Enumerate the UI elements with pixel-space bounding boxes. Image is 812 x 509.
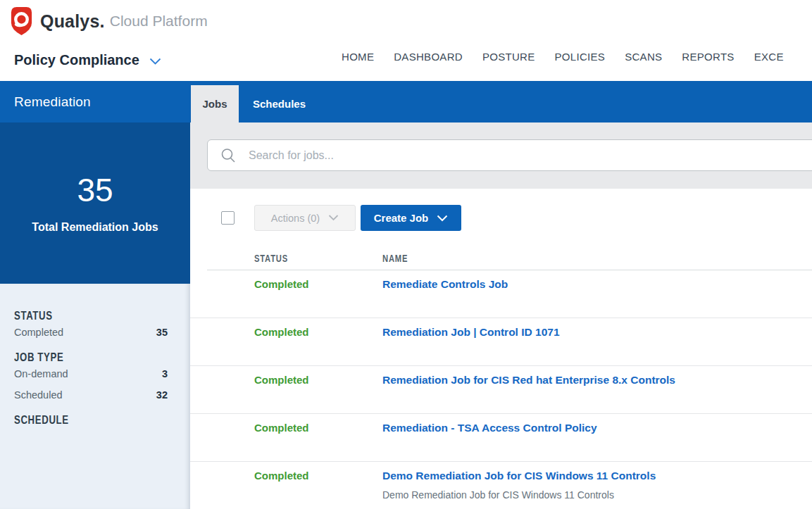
select-all-checkbox[interactable]	[221, 211, 235, 225]
module-band: Remediation Jobs Schedules	[0, 81, 812, 122]
create-job-button[interactable]: Create Job	[361, 205, 461, 231]
chevron-down-icon	[149, 58, 161, 65]
facet-heading-job-type: JOB TYPE	[14, 351, 190, 364]
search-box[interactable]	[207, 139, 812, 171]
nav-item-exce[interactable]: EXCE	[754, 51, 784, 63]
nav-item-posture[interactable]: POSTURE	[482, 51, 535, 63]
facet-item-scheduled[interactable]: Scheduled32	[14, 389, 168, 401]
search-icon	[220, 148, 236, 163]
facet-item-count: 32	[156, 389, 168, 401]
search-input[interactable]	[249, 149, 812, 162]
job-name-link[interactable]: Demo Remediation Job for CIS Windows 11 …	[382, 470, 656, 482]
actions-button-label: Actions (0)	[271, 213, 320, 224]
tab-schedules[interactable]: Schedules	[239, 85, 320, 122]
tab-jobs-label: Jobs	[202, 98, 227, 110]
facet-item-completed[interactable]: Completed35	[14, 327, 168, 338]
table-row: CompletedDemo Remediation Job for CIS Wi…	[190, 462, 812, 509]
jobs-content: Actions (0) Create Job STATUS NAME Compl…	[190, 189, 812, 509]
facet-sidebar: STATUSCompleted35JOB TYPEOn-demand3Sched…	[0, 284, 190, 509]
total-jobs-count: 35	[77, 172, 113, 208]
chevron-down-icon	[328, 215, 339, 221]
qualys-policy-compliance-app: Qualys. Cloud Platform Policy Compliance…	[0, 0, 812, 509]
nav-item-dashboard[interactable]: DASHBOARD	[394, 51, 463, 63]
app-header: Qualys. Cloud Platform Policy Compliance…	[0, 0, 812, 81]
tab-schedules-label: Schedules	[253, 98, 306, 110]
brand-name: Qualys.	[40, 11, 105, 32]
jobs-table: CompletedRemediate Controls JobCompleted…	[190, 270, 812, 509]
facet-item-count: 3	[162, 368, 168, 379]
nav-item-policies[interactable]: POLICIES	[555, 51, 606, 63]
job-name-link[interactable]: Remediate Controls Job	[382, 278, 508, 291]
brand-suffix: Cloud Platform	[110, 13, 208, 30]
job-status: Completed	[254, 326, 309, 338]
column-header-name: NAME	[382, 252, 414, 265]
nav-item-home[interactable]: HOME	[342, 51, 374, 63]
chevron-down-icon	[437, 215, 448, 222]
qualys-shield-icon	[8, 5, 35, 37]
table-row: CompletedRemediation Job | Control ID 10…	[190, 318, 812, 366]
job-status: Completed	[254, 422, 309, 434]
facet-heading-schedule: SCHEDULE	[14, 413, 190, 427]
job-status: Completed	[254, 278, 309, 290]
job-status: Completed	[254, 470, 309, 482]
facet-item-label: Completed	[14, 327, 63, 338]
facet-item-label: Scheduled	[14, 389, 63, 401]
table-row: CompletedRemediate Controls Job	[190, 270, 812, 318]
tab-jobs[interactable]: Jobs	[191, 85, 239, 122]
actions-button[interactable]: Actions (0)	[254, 205, 356, 231]
facet-heading-status: STATUS	[14, 309, 190, 322]
create-job-button-label: Create Job	[374, 212, 429, 224]
table-row: CompletedRemediation Job for CIS Red hat…	[190, 366, 812, 414]
facet-item-on-demand[interactable]: On-demand3	[14, 368, 168, 379]
facet-item-label: On-demand	[14, 368, 68, 379]
product-title: Policy Compliance	[14, 52, 139, 68]
summary-panel: 35 Total Remediation Jobs	[0, 122, 190, 284]
column-header-status: STATUS	[254, 252, 296, 265]
nav-item-scans[interactable]: SCANS	[625, 51, 662, 63]
job-name-link[interactable]: Remediation Job | Control ID 1071	[382, 326, 560, 339]
facet-item-count: 35	[156, 327, 168, 338]
job-name-link[interactable]: Remediation - TSA Access Control Policy	[382, 422, 597, 434]
total-jobs-label: Total Remediation Jobs	[32, 221, 158, 234]
job-name-link[interactable]: Remediation Job for CIS Red hat Enterpri…	[382, 374, 675, 387]
nav-item-reports[interactable]: REPORTS	[682, 51, 734, 63]
qualys-logo: Qualys. Cloud Platform	[8, 5, 208, 37]
module-title: Remediation	[14, 81, 91, 122]
search-area	[190, 122, 812, 189]
product-switcher[interactable]: Policy Compliance	[14, 52, 161, 68]
job-status: Completed	[254, 374, 309, 386]
table-row: CompletedRemediation - TSA Access Contro…	[190, 414, 812, 462]
job-subtitle: Demo Remediation Job for CIS Windows 11 …	[382, 489, 614, 501]
top-nav: HOMEDASHBOARDPOSTUREPOLICIESSCANSREPORTS…	[342, 51, 784, 63]
